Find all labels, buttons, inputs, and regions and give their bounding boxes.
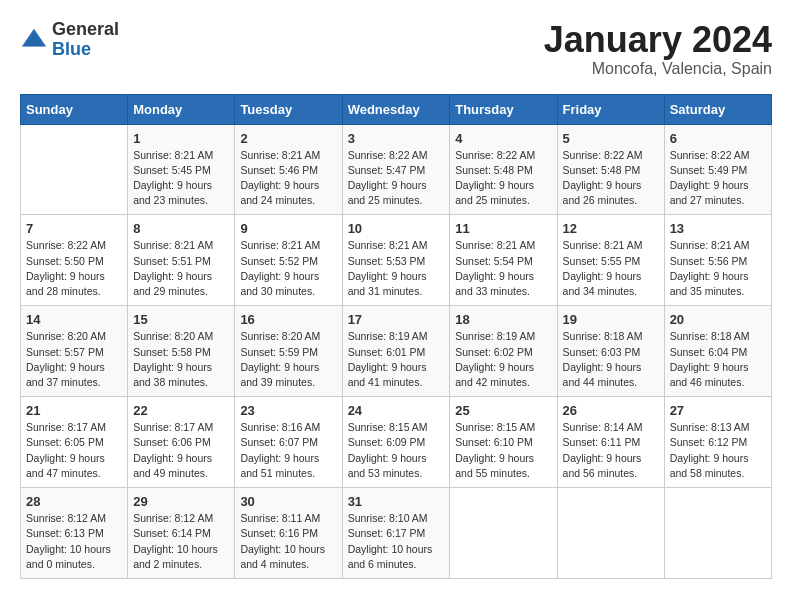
day-number: 31 [348,494,445,509]
day-info: Sunrise: 8:21 AMSunset: 5:46 PMDaylight:… [240,148,336,209]
calendar-cell: 26Sunrise: 8:14 AMSunset: 6:11 PMDayligh… [557,397,664,488]
calendar-cell: 8Sunrise: 8:21 AMSunset: 5:51 PMDaylight… [128,215,235,306]
day-info: Sunrise: 8:22 AMSunset: 5:47 PMDaylight:… [348,148,445,209]
day-info: Sunrise: 8:22 AMSunset: 5:48 PMDaylight:… [563,148,659,209]
day-info: Sunrise: 8:12 AMSunset: 6:13 PMDaylight:… [26,511,122,572]
logo-icon [20,26,48,54]
day-info: Sunrise: 8:17 AMSunset: 6:05 PMDaylight:… [26,420,122,481]
day-number: 3 [348,131,445,146]
day-number: 9 [240,221,336,236]
day-number: 21 [26,403,122,418]
header-wednesday: Wednesday [342,94,450,124]
day-number: 1 [133,131,229,146]
day-number: 12 [563,221,659,236]
logo-blue-text: Blue [52,40,119,60]
day-info: Sunrise: 8:20 AMSunset: 5:58 PMDaylight:… [133,329,229,390]
day-number: 14 [26,312,122,327]
day-info: Sunrise: 8:20 AMSunset: 5:57 PMDaylight:… [26,329,122,390]
day-info: Sunrise: 8:21 AMSunset: 5:51 PMDaylight:… [133,238,229,299]
calendar-cell: 23Sunrise: 8:16 AMSunset: 6:07 PMDayligh… [235,397,342,488]
calendar-cell: 18Sunrise: 8:19 AMSunset: 6:02 PMDayligh… [450,306,557,397]
day-info: Sunrise: 8:18 AMSunset: 6:04 PMDaylight:… [670,329,766,390]
calendar-cell: 24Sunrise: 8:15 AMSunset: 6:09 PMDayligh… [342,397,450,488]
header-friday: Friday [557,94,664,124]
day-number: 18 [455,312,551,327]
day-number: 15 [133,312,229,327]
calendar-week-row: 14Sunrise: 8:20 AMSunset: 5:57 PMDayligh… [21,306,772,397]
day-info: Sunrise: 8:13 AMSunset: 6:12 PMDaylight:… [670,420,766,481]
day-number: 8 [133,221,229,236]
calendar-cell [21,124,128,215]
day-number: 29 [133,494,229,509]
day-number: 2 [240,131,336,146]
day-info: Sunrise: 8:11 AMSunset: 6:16 PMDaylight:… [240,511,336,572]
calendar-cell: 31Sunrise: 8:10 AMSunset: 6:17 PMDayligh… [342,488,450,579]
logo-text: General Blue [52,20,119,60]
header-thursday: Thursday [450,94,557,124]
day-info: Sunrise: 8:22 AMSunset: 5:50 PMDaylight:… [26,238,122,299]
calendar-cell [664,488,771,579]
calendar-cell: 28Sunrise: 8:12 AMSunset: 6:13 PMDayligh… [21,488,128,579]
day-number: 16 [240,312,336,327]
day-number: 6 [670,131,766,146]
header-tuesday: Tuesday [235,94,342,124]
calendar-cell: 6Sunrise: 8:22 AMSunset: 5:49 PMDaylight… [664,124,771,215]
day-info: Sunrise: 8:10 AMSunset: 6:17 PMDaylight:… [348,511,445,572]
calendar-cell: 22Sunrise: 8:17 AMSunset: 6:06 PMDayligh… [128,397,235,488]
day-number: 10 [348,221,445,236]
day-info: Sunrise: 8:16 AMSunset: 6:07 PMDaylight:… [240,420,336,481]
day-number: 11 [455,221,551,236]
day-number: 19 [563,312,659,327]
day-number: 5 [563,131,659,146]
day-number: 17 [348,312,445,327]
page-header: General Blue January 2024 Moncofa, Valen… [20,20,772,78]
calendar-cell: 11Sunrise: 8:21 AMSunset: 5:54 PMDayligh… [450,215,557,306]
calendar-cell: 21Sunrise: 8:17 AMSunset: 6:05 PMDayligh… [21,397,128,488]
day-info: Sunrise: 8:19 AMSunset: 6:02 PMDaylight:… [455,329,551,390]
calendar-cell: 13Sunrise: 8:21 AMSunset: 5:56 PMDayligh… [664,215,771,306]
header-monday: Monday [128,94,235,124]
calendar-cell: 9Sunrise: 8:21 AMSunset: 5:52 PMDaylight… [235,215,342,306]
calendar-cell: 16Sunrise: 8:20 AMSunset: 5:59 PMDayligh… [235,306,342,397]
day-info: Sunrise: 8:18 AMSunset: 6:03 PMDaylight:… [563,329,659,390]
day-number: 13 [670,221,766,236]
day-number: 24 [348,403,445,418]
header-sunday: Sunday [21,94,128,124]
calendar-cell: 5Sunrise: 8:22 AMSunset: 5:48 PMDaylight… [557,124,664,215]
day-info: Sunrise: 8:19 AMSunset: 6:01 PMDaylight:… [348,329,445,390]
calendar-header-row: SundayMondayTuesdayWednesdayThursdayFrid… [21,94,772,124]
day-number: 26 [563,403,659,418]
calendar-cell: 27Sunrise: 8:13 AMSunset: 6:12 PMDayligh… [664,397,771,488]
title-block: January 2024 Moncofa, Valencia, Spain [544,20,772,78]
calendar-week-row: 28Sunrise: 8:12 AMSunset: 6:13 PMDayligh… [21,488,772,579]
day-info: Sunrise: 8:21 AMSunset: 5:45 PMDaylight:… [133,148,229,209]
day-info: Sunrise: 8:21 AMSunset: 5:55 PMDaylight:… [563,238,659,299]
calendar-cell: 14Sunrise: 8:20 AMSunset: 5:57 PMDayligh… [21,306,128,397]
day-number: 27 [670,403,766,418]
day-number: 28 [26,494,122,509]
day-number: 30 [240,494,336,509]
day-info: Sunrise: 8:21 AMSunset: 5:52 PMDaylight:… [240,238,336,299]
calendar-cell: 29Sunrise: 8:12 AMSunset: 6:14 PMDayligh… [128,488,235,579]
day-info: Sunrise: 8:21 AMSunset: 5:56 PMDaylight:… [670,238,766,299]
calendar-cell: 12Sunrise: 8:21 AMSunset: 5:55 PMDayligh… [557,215,664,306]
day-info: Sunrise: 8:14 AMSunset: 6:11 PMDaylight:… [563,420,659,481]
day-number: 20 [670,312,766,327]
header-saturday: Saturday [664,94,771,124]
calendar-cell: 30Sunrise: 8:11 AMSunset: 6:16 PMDayligh… [235,488,342,579]
day-info: Sunrise: 8:12 AMSunset: 6:14 PMDaylight:… [133,511,229,572]
day-info: Sunrise: 8:22 AMSunset: 5:48 PMDaylight:… [455,148,551,209]
calendar-cell [450,488,557,579]
day-number: 7 [26,221,122,236]
day-info: Sunrise: 8:15 AMSunset: 6:10 PMDaylight:… [455,420,551,481]
calendar-cell: 7Sunrise: 8:22 AMSunset: 5:50 PMDaylight… [21,215,128,306]
day-info: Sunrise: 8:20 AMSunset: 5:59 PMDaylight:… [240,329,336,390]
calendar-cell: 15Sunrise: 8:20 AMSunset: 5:58 PMDayligh… [128,306,235,397]
location-title: Moncofa, Valencia, Spain [544,60,772,78]
calendar-cell: 25Sunrise: 8:15 AMSunset: 6:10 PMDayligh… [450,397,557,488]
calendar-week-row: 21Sunrise: 8:17 AMSunset: 6:05 PMDayligh… [21,397,772,488]
calendar-week-row: 1Sunrise: 8:21 AMSunset: 5:45 PMDaylight… [21,124,772,215]
day-number: 22 [133,403,229,418]
calendar-cell: 19Sunrise: 8:18 AMSunset: 6:03 PMDayligh… [557,306,664,397]
calendar-cell: 10Sunrise: 8:21 AMSunset: 5:53 PMDayligh… [342,215,450,306]
